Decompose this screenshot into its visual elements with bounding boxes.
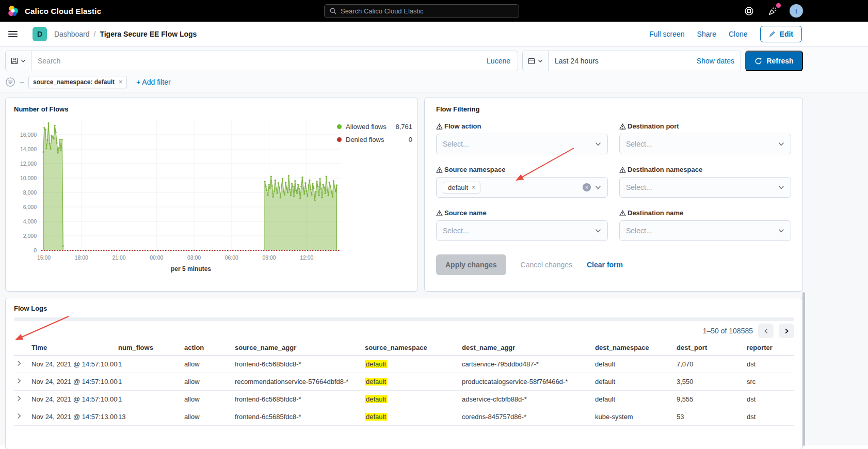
chevron-down-icon	[21, 58, 26, 63]
cell-dest_port: 3,550	[677, 378, 747, 386]
column-header-action[interactable]: action	[184, 344, 235, 351]
cell-dest_port: 7,070	[677, 360, 747, 368]
chevron-down-icon	[595, 141, 601, 147]
destination-namespace-select[interactable]: Select...	[619, 177, 791, 198]
svg-text:18:00: 18:00	[75, 254, 88, 261]
legend-item[interactable]: Allowed flows8,761	[337, 123, 412, 131]
user-avatar[interactable]: t	[790, 4, 803, 18]
destination-port-select[interactable]: Select...	[619, 134, 791, 154]
svg-text:16,000: 16,000	[20, 132, 37, 138]
elastic-logo-icon[interactable]	[7, 5, 19, 17]
cell-num_flows: 13	[118, 413, 184, 421]
column-header-dest-port[interactable]: dest_port	[677, 344, 747, 351]
breadcrumb-dashboard[interactable]: Dashboard	[54, 30, 90, 38]
table-row[interactable]: Nov 24, 2021 @ 14:57:10.0001allowfronten…	[14, 356, 794, 373]
cell-action: allow	[184, 395, 235, 403]
share-button[interactable]: Share	[697, 30, 716, 38]
flow-action-select[interactable]: Select...	[436, 134, 608, 154]
vertical-scrollbar[interactable]	[802, 292, 805, 446]
show-dates-button[interactable]: Show dates	[690, 57, 741, 65]
svg-text:12:00: 12:00	[300, 254, 313, 261]
edit-button[interactable]: Edit	[760, 26, 802, 42]
remove-chip-icon[interactable]: ×	[472, 184, 475, 191]
time-range-value[interactable]: Last 24 hours	[549, 57, 690, 65]
global-search-input[interactable]	[341, 7, 513, 15]
chart-legend: Allowed flows8,761Denied flows0	[337, 123, 412, 143]
destination-name-select[interactable]: Select...	[619, 220, 791, 241]
expand-row-icon[interactable]	[16, 395, 22, 402]
expand-row-icon[interactable]	[16, 413, 22, 419]
warning-icon	[619, 167, 626, 173]
source-name-select[interactable]: Select...	[436, 220, 608, 241]
column-header-num-flows[interactable]: num_flows	[118, 344, 184, 351]
svg-text:21:00: 21:00	[112, 254, 125, 261]
table-row[interactable]: Nov 24, 2021 @ 14:57:10.0001allowfronten…	[14, 391, 794, 408]
expand-row-icon[interactable]	[16, 360, 22, 366]
refresh-icon	[754, 57, 762, 65]
column-header-source-name-aggr[interactable]: source_name_aggr	[235, 344, 365, 351]
saved-query-menu-button[interactable]	[6, 51, 31, 71]
query-search-input[interactable]	[31, 57, 479, 65]
whats-new-icon[interactable]	[766, 4, 779, 18]
cancel-changes-button[interactable]: Cancel changes	[521, 261, 572, 269]
apply-changes-button[interactable]: Apply changes	[436, 254, 506, 275]
svg-text:03:00: 03:00	[187, 254, 201, 261]
legend-label: Allowed flows	[346, 123, 389, 131]
pagination-range: 1–50 of 108585	[703, 327, 753, 335]
query-input-group: Lucene	[5, 51, 518, 71]
table-row[interactable]: Nov 24, 2021 @ 14:57:10.0001allowrecomme…	[14, 373, 794, 391]
filter-field-flow-action: Flow actionSelect...	[436, 122, 608, 154]
svg-text:6,000: 6,000	[23, 204, 37, 210]
help-icon[interactable]	[742, 4, 756, 18]
legend-dot-icon	[337, 137, 342, 142]
cell-source_namespace: default	[365, 360, 462, 368]
cell-time: Nov 24, 2021 @ 14:57:13.000	[31, 413, 118, 421]
table-horizontal-scrollbar[interactable]	[14, 317, 794, 321]
pencil-icon	[769, 30, 776, 37]
legend-value: 8,761	[393, 123, 412, 131]
global-search-box[interactable]	[324, 4, 519, 18]
refresh-button[interactable]: Refresh	[745, 51, 803, 71]
dashboard-badge: D	[33, 27, 47, 41]
expand-row-icon[interactable]	[16, 378, 22, 384]
previous-page-button[interactable]	[758, 324, 774, 338]
flow-filtering-buttons: Apply changes Cancel changes Clear form	[436, 254, 791, 275]
column-header-time[interactable]: Time	[31, 344, 118, 351]
search-icon	[330, 8, 336, 14]
legend-item[interactable]: Denied flows0	[337, 136, 412, 143]
cell-dest_name_aggr: adservice-cfcbfb88d-*	[462, 395, 595, 403]
cell-dest_namespace: kube-system	[595, 413, 677, 421]
next-page-button[interactable]	[779, 324, 794, 338]
divider	[25, 26, 25, 42]
column-header-dest-name-aggr[interactable]: dest_name_aggr	[462, 344, 595, 351]
chevron-down-icon	[778, 228, 784, 234]
flow-logs-table: Timenum_flowsactionsource_name_aggrsourc…	[14, 340, 794, 426]
table-row[interactable]: Nov 24, 2021 @ 14:57:13.00013allowfronte…	[14, 408, 794, 426]
app-title: Calico Cloud Elastic	[25, 7, 101, 15]
svg-text:14,000: 14,000	[20, 146, 37, 152]
column-header-source-namespace[interactable]: source_namespace	[365, 344, 462, 351]
cell-source_name_aggr: frontend-6c5685fdc8-*	[235, 395, 365, 403]
add-filter-button[interactable]: + Add filter	[136, 78, 171, 86]
time-picker-menu-button[interactable]	[523, 51, 549, 71]
svg-text:12,000: 12,000	[20, 161, 37, 167]
filter-field-source-name: Source nameSelect...	[436, 209, 608, 241]
clear-selection-icon[interactable]: ×	[583, 183, 591, 191]
filter-pill-source-namespace[interactable]: source_namespace: default ×	[28, 76, 127, 88]
source-namespace-select[interactable]: default××	[436, 177, 608, 198]
chevron-down-icon	[778, 184, 784, 190]
svg-text:06:00: 06:00	[225, 254, 238, 261]
select-placeholder: Select...	[626, 183, 652, 191]
time-picker-group: Last 24 hours Show dates	[522, 51, 741, 71]
selected-option-chip[interactable]: default×	[443, 182, 480, 194]
full-screen-button[interactable]: Full screen	[649, 30, 684, 38]
query-language-button[interactable]: Lucene	[479, 57, 518, 65]
clear-form-button[interactable]: Clear form	[587, 261, 623, 269]
remove-filter-icon[interactable]: ×	[119, 78, 122, 86]
clone-button[interactable]: Clone	[729, 30, 748, 38]
menu-icon[interactable]	[8, 31, 18, 37]
column-header-reporter[interactable]: reporter	[747, 344, 794, 351]
column-header-dest-namespace[interactable]: dest_namespace	[595, 344, 677, 351]
filter-icon[interactable]	[5, 77, 15, 87]
cell-action: allow	[184, 360, 235, 368]
